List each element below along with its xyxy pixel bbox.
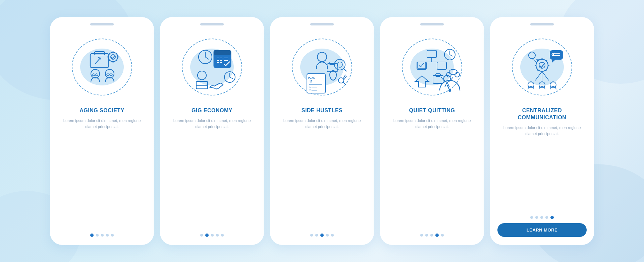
dot-3 (216, 234, 219, 237)
aging-society-svg (70, 35, 134, 99)
svg-point-17 (91, 69, 100, 78)
svg-line-56 (343, 82, 346, 85)
dot-3 (326, 234, 329, 237)
learn-more-button[interactable]: LEARN MORE (497, 223, 587, 237)
dots-side-hustles (310, 234, 334, 237)
svg-rect-26 (214, 50, 231, 55)
dot-1 (535, 216, 538, 219)
svg-point-44 (317, 52, 327, 62)
phone-notch-4 (420, 23, 444, 25)
svg-line-96 (535, 71, 542, 80)
quiet-quitting-svg (400, 35, 464, 99)
svg-line-58 (343, 68, 346, 71)
illustration-aging-society (65, 30, 139, 104)
phone-notch-1 (90, 23, 114, 25)
illustration-quiet-quitting (395, 30, 469, 104)
phone-notch-3 (310, 23, 334, 25)
dot-2 (211, 234, 214, 237)
svg-line-97 (542, 71, 549, 80)
dot-1 (96, 234, 99, 237)
card-title-quiet-quitting: QUIET QUITTING (409, 107, 455, 114)
svg-rect-60 (427, 50, 436, 58)
dots-gig-economy (200, 234, 224, 237)
card-body-gig-economy: Lorem ipsum dolor sit dim amet, mea regi… (167, 118, 257, 130)
cards-container: AGING SOCIETY Lorem ipsum dolor sit dim … (50, 17, 594, 245)
svg-line-90 (546, 69, 547, 70)
card-title-gig-economy: GIG ECONOMY (192, 107, 232, 114)
svg-rect-4 (90, 54, 109, 68)
svg-point-22 (107, 74, 109, 76)
dots-quiet-quitting (420, 234, 444, 237)
dot-1 (205, 234, 209, 237)
dots-aging-society (90, 234, 114, 237)
gig-economy-svg (180, 35, 244, 99)
svg-marker-69 (415, 76, 429, 87)
svg-line-91 (546, 60, 547, 61)
svg-text:2 ——: 2 —— (309, 89, 317, 92)
dot-0 (530, 216, 533, 219)
svg-point-100 (539, 82, 545, 88)
svg-marker-94 (552, 60, 555, 63)
centralized-comm-svg (510, 35, 574, 99)
dot-0 (420, 234, 423, 237)
card-quiet-quitting: QUIET QUITTING Lorem ipsum dolor sit dim… (380, 17, 484, 245)
svg-rect-93 (550, 50, 563, 60)
dot-0 (310, 234, 313, 237)
card-body-aging-society: Lorem ipsum dolor sit dim amet, mea regi… (57, 118, 147, 130)
dot-4 (221, 234, 224, 237)
card-centralized-communication: CENTRALIZED COMMUNICATION Lorem ipsum do… (490, 17, 594, 245)
card-aging-society: AGING SOCIETY Lorem ipsum dolor sit dim … (50, 17, 154, 245)
svg-line-43 (230, 77, 233, 79)
svg-line-104 (532, 59, 536, 62)
svg-point-103 (529, 52, 535, 59)
svg-line-37 (205, 57, 209, 59)
dot-3 (106, 234, 109, 237)
svg-text:1 ——: 1 —— (309, 85, 317, 88)
svg-rect-39 (196, 81, 208, 89)
illustration-side-hustles: PLAN B 1 —— 2 —— (285, 30, 359, 104)
svg-point-19 (95, 74, 98, 76)
phone-notch-5 (530, 23, 554, 25)
dot-1 (315, 234, 318, 237)
dot-4 (111, 234, 114, 237)
dot-0 (200, 234, 203, 237)
dot-2 (320, 234, 324, 237)
svg-line-68 (450, 55, 452, 56)
dot-4 (331, 234, 334, 237)
dot-2 (540, 216, 543, 219)
card-title-centralized-communication: CENTRALIZED COMMUNICATION (518, 107, 567, 121)
dot-3 (545, 216, 548, 219)
illustration-centralized-communication (505, 30, 579, 104)
card-side-hustles: PLAN B 1 —— 2 —— SIDE HUSTLES Lorem ipsu… (270, 17, 374, 245)
card-body-quiet-quitting: Lorem ipsum dolor sit dim amet, mea regi… (387, 118, 477, 130)
card-body-centralized-communication: Lorem ipsum dolor sit dim amet, mea regi… (497, 125, 587, 137)
svg-point-21 (105, 69, 114, 78)
dot-0 (90, 234, 94, 237)
card-title-aging-society: AGING SOCIETY (79, 107, 124, 114)
phone-notch-2 (200, 23, 224, 25)
svg-point-74 (449, 69, 457, 75)
svg-point-23 (110, 74, 112, 76)
svg-line-89 (537, 60, 538, 61)
svg-line-92 (537, 69, 538, 70)
dot-2 (101, 234, 104, 237)
svg-point-38 (198, 71, 206, 80)
card-title-side-hustles: SIDE HUSTLES (302, 107, 342, 114)
svg-point-99 (528, 82, 534, 88)
svg-text:B: B (310, 79, 312, 83)
svg-line-6 (95, 58, 100, 64)
svg-line-79 (450, 77, 453, 80)
svg-line-80 (445, 82, 447, 87)
svg-rect-64 (437, 62, 446, 69)
svg-point-73 (448, 89, 451, 92)
dot-1 (425, 234, 428, 237)
card-body-side-hustles: Lorem ipsum dolor sit dim amet, mea regi… (277, 118, 367, 130)
card-gig-economy: GIG ECONOMY Lorem ipsum dolor sit dim am… (160, 17, 264, 245)
illustration-gig-economy (175, 30, 249, 104)
dot-4 (441, 234, 444, 237)
dots-centralized-communication (530, 216, 554, 219)
svg-point-75 (446, 72, 451, 77)
dot-2 (430, 234, 433, 237)
svg-point-101 (550, 82, 556, 88)
dot-3 (435, 234, 439, 237)
